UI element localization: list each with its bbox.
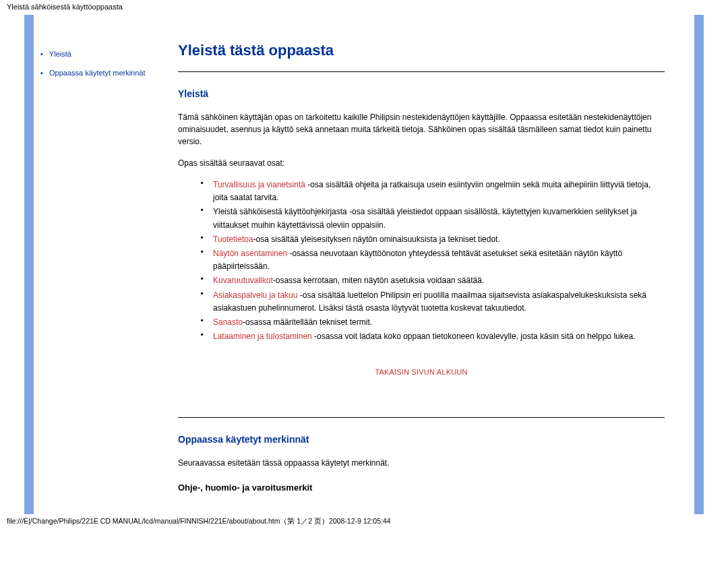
link-turvallisuus[interactable]: Turvallisuus ja vianetsintä bbox=[213, 180, 307, 189]
left-accent-bar bbox=[24, 15, 34, 514]
divider bbox=[178, 71, 665, 72]
list-item: Tuotetietoa-osa sisältää yleisesityksen … bbox=[205, 233, 665, 246]
list-text: -osa sisältää yleisesityksen näytön omin… bbox=[253, 235, 500, 244]
page-title: Yleistä tästä oppaasta bbox=[178, 42, 665, 59]
parts-intro: Opas sisältää seuraavat osat: bbox=[178, 157, 665, 169]
intro-paragraph: Tämä sähköinen käyttäjän opas on tarkoit… bbox=[178, 111, 665, 148]
list-text: -osassa määritellään tekniset termit. bbox=[243, 317, 372, 327]
bullet-icon: • bbox=[40, 50, 47, 58]
sidebar-link[interactable]: Yleistä bbox=[49, 50, 71, 58]
sidebar-item-yleista[interactable]: • Yleistä bbox=[40, 50, 148, 58]
link-kuvaruutuvalikot[interactable]: Kuvaruutuvalikot bbox=[213, 276, 273, 285]
link-asiakaspalvelu[interactable]: Asiakaspalvelu ja takuu bbox=[213, 290, 300, 300]
sidebar: • Yleistä • Oppaassa käytetyt merkinnät bbox=[34, 15, 154, 514]
main-content: Yleistä tästä oppaasta Yleistä Tämä sähk… bbox=[154, 15, 694, 514]
list-item: Asiakaspalvelu ja takuu -osa sisältää lu… bbox=[205, 289, 665, 315]
list-item: Näytön asentaminen -osassa neuvotaan käy… bbox=[205, 247, 665, 273]
link-tuotetietoa[interactable]: Tuotetietoa bbox=[213, 235, 253, 244]
page-body: • Yleistä • Oppaassa käytetyt merkinnät … bbox=[24, 15, 704, 514]
section-heading-yleista: Yleistä bbox=[178, 88, 665, 99]
list-item: Turvallisuus ja vianetsintä -osa sisältä… bbox=[205, 179, 665, 204]
list-item: Yleistä sähköisestä käyttöohjekirjasta -… bbox=[205, 206, 665, 231]
header-path: Yleistä sähköisestä käyttöoppaasta bbox=[0, 0, 728, 15]
subheading-merkit: Ohje-, huomio- ja varoitusmerkit bbox=[178, 482, 665, 493]
list-item: Sanasto-osassa määritellään tekniset ter… bbox=[205, 316, 665, 329]
footer-path: file:///E|/Change/Philips/221E CD MANUAL… bbox=[0, 514, 728, 529]
list-item: Lataaminen ja tulostaminen -osassa voit … bbox=[205, 330, 665, 343]
back-to-top: TAKAISIN SIVUN ALKUUN bbox=[178, 367, 665, 377]
link-lataaminen[interactable]: Lataaminen ja tulostaminen bbox=[213, 332, 314, 341]
list-text: Yleistä sähköisestä käyttöohjekirjasta -… bbox=[213, 207, 637, 229]
list-text: -osassa voit ladata koko oppaan tietokon… bbox=[314, 332, 635, 341]
back-to-top-link[interactable]: TAKAISIN SIVUN ALKUUN bbox=[375, 368, 467, 376]
bullet-icon: • bbox=[40, 69, 47, 77]
list-text: -osassa kerrotaan, miten näytön asetuksi… bbox=[273, 276, 485, 285]
link-sanasto[interactable]: Sanasto bbox=[213, 317, 243, 327]
right-accent-bar bbox=[694, 15, 704, 514]
section2-intro: Seuraavassa esitetään tässä oppaassa käy… bbox=[178, 457, 665, 469]
link-nayton-asentaminen[interactable]: Näytön asentaminen bbox=[213, 249, 289, 258]
section-heading-merkinnat: Oppaassa käytetyt merkinnät bbox=[178, 434, 665, 445]
parts-list: Turvallisuus ja vianetsintä -osa sisältä… bbox=[178, 179, 665, 343]
sidebar-item-merkinnat[interactable]: • Oppaassa käytetyt merkinnät bbox=[40, 69, 148, 77]
divider bbox=[178, 417, 665, 418]
sidebar-link[interactable]: Oppaassa käytetyt merkinnät bbox=[49, 69, 145, 77]
list-item: Kuvaruutuvalikot-osassa kerrotaan, miten… bbox=[205, 274, 665, 287]
